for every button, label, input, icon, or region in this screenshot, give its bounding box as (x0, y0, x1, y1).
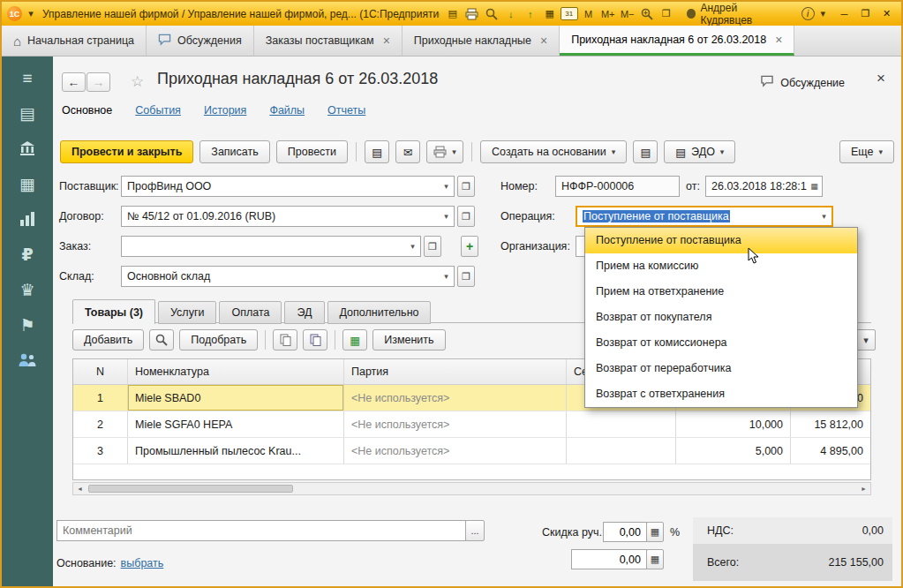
search-button[interactable] (149, 329, 174, 351)
post-button[interactable]: Провести (276, 140, 348, 163)
supplier-open-button[interactable]: ❐ (457, 176, 475, 197)
nav-tab-main[interactable]: Основное (62, 104, 112, 117)
dropdown-item[interactable]: Возврат с ответхранения (585, 381, 857, 407)
contract-field[interactable]: № 45/12 от 01.09.2016 (RUB)▾ (121, 206, 455, 227)
report-doc-button[interactable]: ▤ (633, 140, 658, 163)
print-icon[interactable] (463, 5, 481, 22)
production-icon[interactable]: ▦ (16, 173, 39, 194)
spreadsheet-button[interactable]: ▦ (342, 329, 367, 351)
write-button[interactable]: Записать (199, 140, 269, 163)
tab-discussions[interactable]: Обсуждения (147, 26, 254, 56)
change-button[interactable]: Изменить (372, 329, 445, 351)
close-tab-icon[interactable]: × (775, 33, 782, 47)
edo-button[interactable]: ▤ЭДО▾ (664, 140, 735, 163)
tab-incoming-invoices[interactable]: Приходные накладные × (403, 26, 560, 56)
warehouse-field[interactable]: Основной склад▾ (121, 266, 455, 287)
current-user[interactable]: Андрей Кудрявцев (687, 2, 790, 26)
calc-memory-mminus-icon[interactable]: M− (619, 5, 636, 22)
tab-goods[interactable]: Товары (3) (72, 299, 155, 324)
close-form-button[interactable]: × (877, 70, 885, 87)
tab-supplier-orders[interactable]: Заказы поставщикам × (254, 26, 403, 56)
upload-icon[interactable]: ↑ (522, 5, 539, 22)
scrollbar-thumb[interactable] (88, 485, 293, 493)
pick-button[interactable]: Подобрать (179, 329, 258, 351)
analytics-icon[interactable] (16, 208, 39, 230)
scroll-right-button[interactable]: ► (857, 486, 870, 492)
basis-choose-link[interactable]: выбрать (121, 557, 164, 569)
collaboration-people-icon[interactable] (16, 350, 39, 371)
info-icon[interactable]: i (801, 7, 815, 20)
tab-services[interactable]: Услуги (158, 301, 216, 324)
tab-ed[interactable]: ЭД (284, 301, 324, 324)
calc-memory-m-icon[interactable]: M (580, 5, 598, 22)
chevron-down-icon[interactable]: ▾ (439, 207, 454, 226)
comment-expand-button[interactable]: ... (465, 520, 485, 541)
chevron-down-icon[interactable]: ▾ (405, 237, 420, 256)
supplier-field[interactable]: ПрофВинд ООО▾ (121, 176, 455, 197)
dropdown-item[interactable]: Прием на комиссию (585, 253, 857, 279)
nav-tab-files[interactable]: Файлы (269, 104, 305, 117)
nav-tab-history[interactable]: История (204, 104, 246, 117)
dropdown-item[interactable]: Возврат от покупателя (585, 305, 857, 330)
search-doc-icon[interactable] (483, 5, 500, 22)
info-chevron-icon[interactable]: ▾ (819, 5, 827, 22)
system-menu-chevron-icon[interactable]: ▾ (26, 5, 35, 22)
new-window-icon[interactable]: ❐ (658, 5, 675, 22)
tab-payment[interactable]: Оплата (219, 301, 282, 324)
calendar-picker-icon[interactable]: ▦ (807, 177, 822, 196)
comment-input[interactable] (56, 520, 466, 541)
table-row[interactable]: 2 Miele SGFA0 HEPA <Не используется> 10,… (73, 411, 870, 438)
discount-amount-calc-button[interactable]: ▦ (646, 549, 664, 569)
government-emblem-icon[interactable]: ♛ (16, 279, 39, 300)
dropdown-item[interactable]: Возврат от переработчика (585, 356, 857, 381)
close-tab-icon[interactable]: × (383, 34, 390, 48)
minimize-button[interactable]: ─ (835, 5, 854, 22)
nav-tab-events[interactable]: События (135, 104, 181, 117)
copy-rows-button[interactable] (273, 329, 297, 351)
flag-icon[interactable]: ⚑ (16, 314, 39, 335)
email-button[interactable]: ✉ (395, 140, 420, 163)
calc-memory-mplus-icon[interactable]: M+ (599, 5, 617, 22)
create-based-on-button[interactable]: Создать на основании▾ (480, 140, 627, 163)
more-button[interactable]: Еще▾ (839, 140, 894, 163)
dropdown-item[interactable]: Поступление от поставщика (585, 228, 857, 253)
chevron-down-icon[interactable]: ▾ (439, 177, 454, 196)
tab-incoming-invoice-6[interactable]: Приходная накладная 6 от 26.03.2018 × (560, 26, 794, 56)
tab-additional[interactable]: Дополнительно (327, 301, 432, 324)
close-tab-icon[interactable]: × (540, 34, 547, 48)
column-settings-button[interactable]: ▾ (856, 329, 876, 351)
order-open-button[interactable]: ❐ (424, 236, 441, 257)
table-row[interactable]: 3 Промышленный пылесос Krau... <Не испол… (73, 438, 870, 464)
dropdown-item[interactable]: Возврат от комиссионера (585, 330, 857, 356)
money-icon[interactable]: ₽ (16, 244, 39, 265)
col-nomenclature[interactable]: Номенклатура (128, 359, 344, 384)
date-field[interactable]: 26.03.2018 18:28:11▦ (705, 176, 823, 197)
forward-button[interactable]: → (87, 72, 110, 92)
new-doc-button[interactable]: ▤ (365, 140, 389, 163)
crm-card-icon[interactable]: ▤ (16, 102, 39, 124)
1c-logo-icon[interactable]: 1С (7, 6, 22, 21)
discount-calc-button[interactable]: ▦ (646, 522, 664, 542)
order-field[interactable]: ▾ (121, 236, 421, 257)
post-and-close-button[interactable]: Провести и закрыть (60, 140, 193, 163)
contract-open-button[interactable]: ❐ (457, 206, 475, 227)
print-button[interactable]: ▾ (426, 140, 463, 163)
scroll-left-button[interactable]: ◄ (73, 486, 87, 492)
number-field[interactable]: НФФР-000006 (555, 176, 680, 197)
warehouse-open-button[interactable]: ❐ (457, 266, 475, 287)
nav-tab-reports[interactable]: Отчеты (327, 104, 365, 117)
table-icon[interactable]: ▦ (541, 5, 559, 22)
menu-icon[interactable]: ≡ (16, 67, 39, 88)
chevron-down-icon[interactable]: ▾ (439, 267, 454, 286)
download-icon[interactable]: ↓ (502, 5, 520, 22)
discount-percent-input[interactable] (603, 522, 647, 542)
back-button[interactable]: ← (62, 72, 86, 92)
col-n[interactable]: N (73, 359, 128, 384)
dropdown-item[interactable]: Прием на ответхранение (585, 279, 857, 305)
operation-combobox[interactable]: Поступление от поставщика ▾ (576, 206, 833, 227)
maximize-button[interactable]: ❐ (856, 5, 875, 22)
zoom-icon[interactable] (638, 5, 656, 22)
discussion-link[interactable]: Обсуждение (760, 75, 845, 90)
service-doc-icon[interactable]: ▤ (444, 5, 462, 22)
chevron-down-icon[interactable]: ▾ (816, 207, 832, 225)
